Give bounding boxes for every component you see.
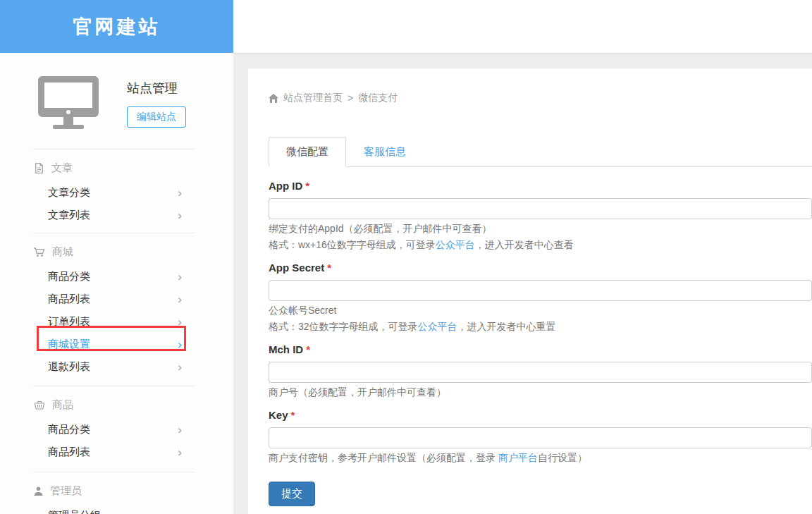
site-title: 站点管理 — [127, 80, 186, 97]
required-mark: * — [291, 409, 295, 421]
section-label: 文章 — [51, 161, 73, 175]
sidebar-divider — [33, 149, 194, 149]
sidebar: 站点管理 编辑站点 文章 文章分类 › 文章列表 › — [0, 53, 233, 514]
help-text: 商户支付密钥，参考开户邮件设置（必须配置，登录 — [269, 452, 498, 463]
sidebar-item-product-list[interactable]: 商品列表 › — [48, 288, 182, 310]
sidebar-item-goods-category[interactable]: 商品分类 › — [48, 418, 182, 441]
edit-site-button[interactable]: 编辑站点 — [127, 106, 186, 128]
sidebar-menu-goods: 商品分类 › 商品列表 › — [0, 418, 233, 463]
required-mark: * — [327, 262, 331, 274]
item-label: 商城设置 — [48, 338, 90, 351]
submit-button[interactable]: 提交 — [269, 482, 315, 506]
item-label: 文章分类 — [48, 186, 90, 200]
section-label: 商城 — [52, 245, 73, 259]
basket-icon — [33, 399, 46, 411]
field-help: 商户支付密钥，参考开户邮件设置（必须配置，登录 商户平台自行设置） — [269, 451, 812, 465]
field-help: 绑定支付的AppId（必须配置，开户邮件中可查看） — [269, 221, 812, 235]
sidebar-section-mall: 商城 — [33, 246, 233, 258]
chevron-right-icon: › — [178, 510, 182, 514]
cart-icon — [33, 246, 46, 258]
item-label: 商品分类 — [48, 423, 90, 436]
home-icon — [269, 94, 278, 103]
sidebar-item-order-list[interactable]: 订单列表 › — [48, 310, 182, 333]
sidebar-menu-mall: 商品分类 › 商品列表 › 订单列表 › 商城设置 › 退款列表 › — [0, 265, 233, 378]
item-label: 商品列表 — [48, 293, 90, 306]
required-mark: * — [306, 343, 310, 355]
site-info-column: 站点管理 编辑站点 — [127, 76, 186, 129]
app-title: 官网建站 — [73, 14, 161, 39]
field-label: App Secret* — [269, 262, 812, 274]
merchant-platform-link[interactable]: 商户平台 — [498, 452, 538, 463]
field-label-text: App Secret — [269, 262, 324, 274]
field-label-text: Key — [269, 409, 288, 421]
chevron-right-icon: › — [178, 187, 182, 199]
field-label: Key* — [269, 409, 812, 421]
sidebar-section-admin: 管理员 — [33, 485, 233, 497]
tab-wechat-config[interactable]: 微信配置 — [269, 137, 346, 167]
site-info-block: 站点管理 编辑站点 — [0, 53, 233, 129]
help-text: 格式：wx+16位数字字母组成，可登录 — [269, 239, 436, 250]
item-label: 管理员分组 — [48, 509, 101, 514]
page: 官网建站 站点管理 编辑站点 文章 文章分类 › — [0, 0, 812, 514]
breadcrumb: 站点管理首页 > 微信支付 — [269, 92, 812, 104]
key-input[interactable] — [269, 427, 812, 448]
form-group-mchid: Mch ID* 商户号（必须配置，开户邮件中可查看） — [269, 343, 812, 399]
chevron-right-icon: › — [178, 271, 182, 283]
admin-icon — [33, 486, 44, 496]
sidebar-item-refund-list[interactable]: 退款列表 › — [48, 355, 182, 378]
field-label: App ID* — [269, 180, 812, 192]
help-text: 格式：32位数字字母组成，可登录 — [269, 321, 418, 332]
field-label-text: App ID — [269, 180, 302, 192]
chevron-right-icon: › — [178, 361, 182, 373]
wechat-pay-form: App ID* 绑定支付的AppId（必须配置，开户邮件中可查看） 格式：wx+… — [269, 180, 812, 506]
field-label: Mch ID* — [269, 343, 812, 355]
item-label: 商品分类 — [48, 270, 90, 283]
content-panel: 站点管理首页 > 微信支付 微信配置 客服信息 App ID* 绑定支付的App… — [248, 68, 812, 514]
monitor-icon — [38, 76, 100, 129]
section-label: 商品 — [52, 398, 73, 412]
chevron-right-icon: › — [178, 293, 182, 305]
chevron-right-icon: › — [178, 424, 182, 436]
sidebar-menu-admin: 管理员分组 › — [0, 504, 233, 514]
brand-header: 官网建站 — [0, 0, 233, 53]
appsecret-input[interactable] — [269, 280, 812, 301]
section-label: 管理员 — [50, 484, 82, 498]
sidebar-item-mall-settings[interactable]: 商城设置 › — [48, 333, 182, 355]
help-text: 自行设置） — [538, 452, 587, 463]
sidebar-item-goods-list[interactable]: 商品列表 › — [48, 441, 182, 463]
sidebar-section-articles: 文章 — [33, 162, 233, 174]
article-icon — [33, 162, 45, 174]
field-label-text: Mch ID — [269, 343, 303, 355]
item-label: 退款列表 — [48, 360, 90, 374]
sidebar-section-goods: 商品 — [33, 399, 233, 411]
form-group-appsecret: App Secret* 公众帐号Secret 格式：32位数字字母组成，可登录公… — [269, 262, 812, 334]
tab-customer-service[interactable]: 客服信息 — [346, 137, 424, 167]
chevron-right-icon: › — [178, 338, 182, 350]
sidebar-divider — [33, 233, 194, 233]
chevron-right-icon: › — [178, 446, 182, 458]
public-platform-link[interactable]: 公众平台 — [436, 239, 475, 250]
mchid-input[interactable] — [269, 362, 812, 383]
help-text: ，进入开发者中心重置 — [457, 321, 556, 332]
sidebar-divider — [33, 472, 194, 472]
help-text: ，进入开发者中心查看 — [475, 239, 574, 250]
field-help: 格式：32位数字字母组成，可登录公众平台，进入开发者中心重置 — [269, 319, 812, 334]
sidebar-menu-articles: 文章分类 › 文章列表 › — [0, 181, 233, 226]
breadcrumb-home[interactable]: 站点管理首页 — [283, 92, 343, 104]
sidebar-item-product-category[interactable]: 商品分类 › — [48, 265, 182, 288]
item-label: 订单列表 — [48, 315, 90, 329]
public-platform-link[interactable]: 公众平台 — [418, 321, 457, 332]
sidebar-item-admin-group[interactable]: 管理员分组 › — [48, 504, 182, 514]
sidebar-divider — [33, 386, 194, 386]
appid-input[interactable] — [269, 198, 812, 219]
chevron-right-icon: › — [178, 209, 182, 221]
sidebar-item-article-list[interactable]: 文章列表 › — [48, 204, 182, 226]
sidebar-item-article-category[interactable]: 文章分类 › — [48, 181, 182, 204]
breadcrumb-separator: > — [347, 92, 353, 104]
top-bar — [233, 0, 812, 53]
item-label: 文章列表 — [48, 209, 90, 222]
field-help: 公众帐号Secret — [269, 303, 812, 317]
chevron-right-icon: › — [178, 316, 182, 328]
item-label: 商品列表 — [48, 446, 90, 459]
form-group-key: Key* 商户支付密钥，参考开户邮件设置（必须配置，登录 商户平台自行设置） — [269, 409, 812, 465]
